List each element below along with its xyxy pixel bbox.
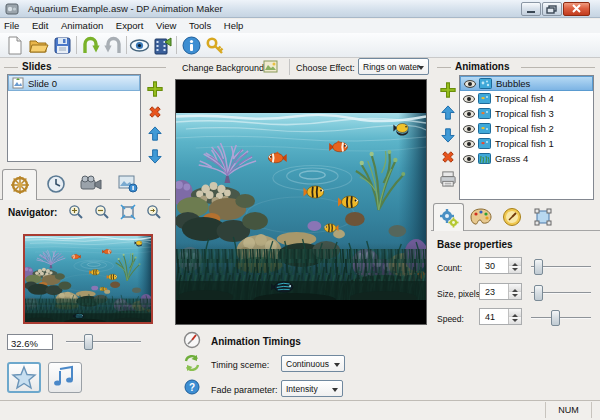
save-icon[interactable] bbox=[52, 35, 73, 56]
menu-edit[interactable]: Edit bbox=[32, 19, 48, 31]
animation-row[interactable]: Bubbles bbox=[460, 76, 593, 91]
animation-thumb-icon bbox=[479, 78, 492, 89]
speed-label: Speed: bbox=[437, 314, 464, 324]
menu-view[interactable]: View bbox=[156, 19, 176, 31]
tab-base-properties[interactable] bbox=[433, 203, 464, 231]
tab-timing[interactable] bbox=[39, 169, 73, 200]
redo-icon[interactable] bbox=[103, 35, 124, 56]
menu-help[interactable]: Help bbox=[224, 19, 244, 31]
close-button[interactable] bbox=[563, 2, 590, 16]
new-document-icon[interactable] bbox=[4, 35, 25, 56]
spin-up[interactable] bbox=[509, 309, 521, 317]
menu-tools[interactable]: Tools bbox=[189, 19, 211, 31]
clock-icon bbox=[46, 174, 66, 194]
spin-down[interactable] bbox=[509, 266, 521, 273]
count-spinner[interactable]: 30 bbox=[479, 257, 522, 274]
timing-scheme-dropdown[interactable]: Continuous bbox=[281, 355, 345, 372]
visibility-eye-icon[interactable] bbox=[463, 124, 475, 134]
add-animation-button[interactable] bbox=[439, 81, 457, 99]
visibility-eye-icon[interactable] bbox=[464, 79, 476, 89]
navigator-label: Navigator: bbox=[8, 207, 57, 218]
spin-down[interactable] bbox=[509, 292, 521, 299]
animation-row[interactable]: Tropical fish 2 bbox=[460, 121, 593, 136]
export-video-icon[interactable] bbox=[152, 35, 173, 56]
zoom-slider-handle[interactable] bbox=[84, 334, 93, 350]
minimize-button[interactable] bbox=[521, 2, 541, 16]
animation-thumb-icon bbox=[478, 93, 491, 104]
num-lock-indicator: NUM bbox=[545, 402, 592, 418]
music-note-icon bbox=[49, 363, 79, 390]
zoom-value-box[interactable]: 32.6% bbox=[7, 334, 53, 350]
animation-thumb-icon bbox=[478, 153, 491, 164]
timing-scheme-label: Timing sceme: bbox=[211, 360, 269, 370]
slides-list[interactable]: Slide 0 bbox=[7, 74, 141, 162]
menu-export[interactable]: Export bbox=[116, 19, 143, 31]
size-spinner[interactable]: 23 bbox=[479, 283, 522, 300]
navigator-thumbnail[interactable] bbox=[23, 234, 153, 324]
tab-timing-properties[interactable] bbox=[497, 203, 526, 231]
speed-slider-handle[interactable] bbox=[551, 310, 560, 326]
spin-down[interactable] bbox=[509, 317, 521, 324]
fade-parameter-dropdown[interactable]: Intensity bbox=[281, 380, 343, 397]
animation-row[interactable]: Tropical fish 3 bbox=[460, 106, 593, 121]
preview-icon[interactable] bbox=[129, 35, 150, 56]
preview-canvas[interactable] bbox=[175, 79, 427, 325]
zoom-fit-icon[interactable] bbox=[120, 204, 136, 220]
move-animation-up-button[interactable] bbox=[439, 104, 457, 122]
tab-image[interactable] bbox=[111, 169, 145, 200]
animation-row[interactable]: Tropical fish 4 bbox=[460, 91, 593, 106]
open-icon[interactable] bbox=[28, 35, 49, 56]
choose-effect-label: Choose Effect: bbox=[296, 63, 355, 73]
animation-row[interactable]: Grass 4 bbox=[460, 151, 593, 166]
visibility-eye-icon[interactable] bbox=[463, 109, 475, 119]
visibility-eye-icon[interactable] bbox=[463, 154, 475, 164]
animation-row[interactable]: Tropical fish 1 bbox=[460, 136, 593, 151]
animations-header: Animations bbox=[455, 61, 509, 72]
menu-file[interactable]: File bbox=[4, 19, 19, 31]
slide-row-selected[interactable]: Slide 0 bbox=[8, 75, 140, 91]
speed-slider-track[interactable] bbox=[531, 317, 591, 319]
palette-icon bbox=[470, 207, 492, 227]
add-slide-button[interactable] bbox=[146, 80, 164, 98]
undo-icon[interactable] bbox=[80, 35, 101, 56]
menubar: File Edit Animation Export View Tools He… bbox=[0, 19, 600, 33]
maximize-button[interactable] bbox=[542, 2, 562, 16]
gears-icon bbox=[438, 207, 460, 229]
music-button[interactable] bbox=[48, 362, 82, 393]
count-slider-handle[interactable] bbox=[534, 259, 543, 275]
animations-list[interactable]: Bubbles Tropical fish 4 Tropical fish 3 … bbox=[459, 75, 594, 200]
speed-spinner[interactable]: 41 bbox=[479, 308, 522, 325]
effects-button[interactable] bbox=[7, 362, 41, 393]
delete-slide-button[interactable] bbox=[146, 103, 164, 121]
window-title: Aquarium Example.asw - DP Animation Make… bbox=[28, 3, 223, 14]
zoom-selection-icon[interactable] bbox=[146, 204, 162, 220]
zoom-out-icon[interactable] bbox=[94, 204, 110, 220]
move-slide-up-button[interactable] bbox=[146, 125, 164, 143]
zoom-slider-track[interactable] bbox=[66, 341, 141, 343]
size-slider-handle[interactable] bbox=[534, 285, 543, 301]
effect-dropdown[interactable]: Rings on water bbox=[358, 58, 429, 75]
visibility-eye-icon[interactable] bbox=[463, 94, 475, 104]
move-slide-down-button[interactable] bbox=[146, 147, 164, 165]
change-background-button[interactable]: Change Background bbox=[182, 63, 264, 73]
tab-transform[interactable] bbox=[528, 203, 557, 231]
zoom-in-icon[interactable] bbox=[68, 204, 84, 220]
change-background-icon[interactable] bbox=[263, 60, 280, 75]
star-icon bbox=[9, 364, 39, 391]
wheel-icon bbox=[9, 174, 31, 196]
visibility-eye-icon[interactable] bbox=[463, 139, 475, 149]
key-icon[interactable] bbox=[205, 35, 226, 56]
printer-icon[interactable] bbox=[439, 170, 457, 188]
spin-up[interactable] bbox=[509, 258, 521, 266]
about-icon[interactable] bbox=[181, 35, 202, 56]
tab-colors[interactable] bbox=[466, 203, 495, 231]
tab-camera[interactable] bbox=[75, 169, 109, 200]
delete-animation-button[interactable] bbox=[439, 148, 457, 166]
tab-scene[interactable] bbox=[2, 169, 37, 200]
animation-thumb-icon bbox=[478, 123, 491, 134]
spin-up[interactable] bbox=[509, 284, 521, 292]
fade-value: Intensity bbox=[286, 384, 318, 394]
menu-animation[interactable]: Animation bbox=[61, 19, 103, 31]
effect-value: Rings on water bbox=[363, 62, 420, 72]
move-animation-down-button[interactable] bbox=[439, 126, 457, 144]
